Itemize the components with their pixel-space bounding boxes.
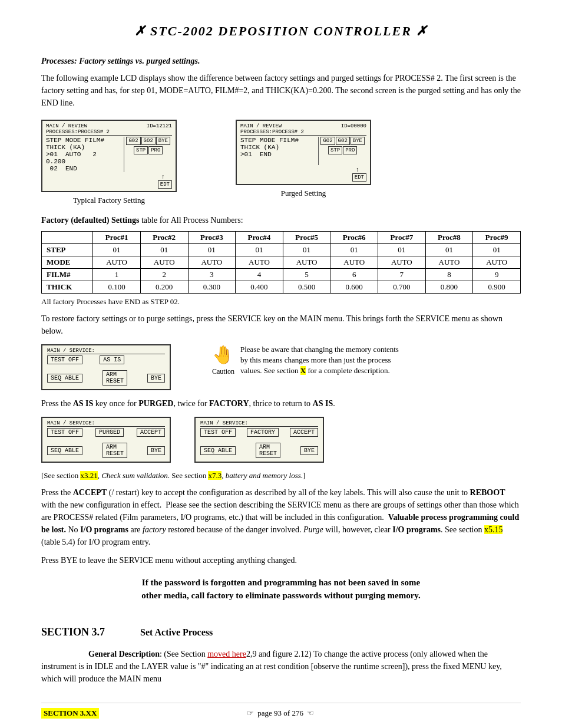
row-label-thick: THICK: [42, 281, 93, 294]
purged-btn-bye[interactable]: BYE: [147, 446, 165, 455]
table-row-thick: THICK 0.100 0.200 0.300 0.400 0.500 0.60…: [42, 281, 521, 294]
lcd-purged-buttons: G02G02BYE STPPRO: [318, 137, 366, 165]
purged-btn-accept[interactable]: ACCEPT: [137, 428, 165, 437]
factory-btn-seqable[interactable]: SEQ ABLE: [200, 446, 236, 455]
moved-here-link[interactable]: moved here: [207, 650, 246, 658]
mode-proc5: AUTO: [283, 256, 330, 269]
caution-text: Please be aware that changing the memory…: [240, 344, 405, 377]
thick-proc4: 0.400: [236, 281, 283, 294]
mode-proc4: AUTO: [236, 256, 283, 269]
lcd-factory-topbar: MAIN / REVIEW PROCESSES:PROCESS# 2 ID=12…: [46, 123, 172, 136]
intro-paragraph: The following example LCD displays show …: [41, 72, 521, 109]
caution-label: Caution: [212, 367, 234, 376]
section-title: Set Active Process: [140, 627, 213, 638]
caution-hand-icon: 🤚: [212, 344, 234, 365]
mode-proc7: AUTO: [378, 256, 426, 269]
purged-btn-testoff[interactable]: TEST OFF: [47, 428, 82, 437]
film-proc6: 6: [330, 269, 378, 281]
service-purged-topbar: MAIN / SERVICE:: [47, 420, 165, 427]
table-col-proc5: Proc#5: [283, 232, 330, 244]
lcd-factory-line1: STEP MODE FILM# THICK (KA): [46, 137, 124, 151]
mode-proc6: AUTO: [330, 256, 378, 269]
film-proc2: 2: [140, 269, 188, 281]
lcd-factory-caption: Typical Factory Setting: [73, 196, 145, 205]
service-lcd-topbar: MAIN / SERVICE:: [47, 348, 165, 354]
thick-proc2: 0.200: [140, 281, 188, 294]
mode-proc1: AUTO: [93, 256, 141, 269]
service-section: MAIN / SERVICE: TEST OFF AS IS SEQ ABLE …: [41, 344, 521, 390]
header-title: ✗ STC-2002 DEPOSITION CONTROLLER ✗: [134, 24, 428, 38]
step-proc2: 01: [140, 244, 188, 256]
step-proc8: 01: [425, 244, 473, 256]
step-proc6: 01: [330, 244, 378, 256]
table-row-step: STEP 01 01 01 01 01 01 01 01 01: [42, 244, 521, 256]
factory-btn-bye[interactable]: BYE: [300, 446, 318, 455]
factory-btn-arm-reset[interactable]: ARMRESET: [256, 443, 280, 458]
service-screens-row: MAIN / SERVICE: TEST OFF PURGED ACCEPT S…: [41, 417, 521, 463]
footer-spacer: [462, 709, 521, 718]
thick-proc3: 0.300: [188, 281, 236, 294]
service-btn-seqable[interactable]: SEQ ABLE: [47, 374, 82, 383]
step-proc5: 01: [283, 244, 330, 256]
footer-section-label: SECTION 3.XX: [41, 708, 99, 719]
film-proc3: 3: [188, 269, 236, 281]
lcd-purged-screen: MAIN / REVIEW PROCESSES:PROCESS# 2 ID=00…: [236, 120, 371, 185]
lcd-factory-line2: >01 AUTO 2 0.200: [46, 151, 124, 165]
table-col-proc3: Proc#3: [188, 232, 236, 244]
table-col-proc4: Proc#4: [236, 232, 283, 244]
service-btn-bye[interactable]: BYE: [147, 374, 165, 383]
table-col-proc9: Proc#9: [473, 232, 521, 244]
film-proc7: 7: [378, 269, 426, 281]
service-btn-arm-reset[interactable]: ARMRESET: [103, 370, 127, 386]
general-desc-label: General Description: [88, 650, 160, 658]
service-factory-topbar: MAIN / SERVICE:: [200, 420, 318, 427]
film-proc4: 4: [236, 269, 283, 281]
step-proc4: 01: [236, 244, 283, 256]
purged-btn-arm-reset[interactable]: ARMRESET: [103, 443, 127, 458]
service-btn-testoff[interactable]: TEST OFF: [47, 355, 82, 364]
purged-btn-purged[interactable]: PURGED: [95, 428, 124, 437]
press-as-is-text: Press the AS IS key once for PURGED, twi…: [41, 397, 521, 410]
lcd-purged-block: MAIN / REVIEW PROCESSES:PROCESS# 2 ID=00…: [236, 120, 371, 198]
bye-text: Press BYE to leave the SERVICE menu with…: [41, 554, 521, 566]
lcd-purged-line3: [240, 158, 318, 165]
step-proc3: 01: [188, 244, 236, 256]
service-purged-block: MAIN / SERVICE: TEST OFF PURGED ACCEPT S…: [41, 417, 171, 463]
table-row-mode: MODE AUTO AUTO AUTO AUTO AUTO AUTO AUTO …: [42, 256, 521, 269]
intro-section-title: Processes: Factory settings vs. purged s…: [41, 57, 521, 66]
lcd-displays-row: MAIN / REVIEW PROCESSES:PROCESS# 2 ID=12…: [41, 120, 521, 205]
row-label-step: STEP: [42, 244, 93, 256]
film-proc1: 1: [93, 269, 141, 281]
note-text: [See section x3.21, Check sum validation…: [41, 470, 521, 482]
caution-x-highlight: X: [300, 366, 306, 375]
mode-proc2: AUTO: [140, 256, 188, 269]
lcd-factory-block: MAIN / REVIEW PROCESSES:PROCESS# 2 ID=12…: [41, 120, 177, 205]
note-x73: x7.3: [208, 471, 222, 480]
factory-btn-testoff[interactable]: TEST OFF: [200, 428, 236, 437]
table-col-proc8: Proc#8: [425, 232, 473, 244]
factory-btn-accept[interactable]: ACCEPT: [290, 428, 318, 437]
accept-paragraph: Press the ACCEPT (/ restart) key to acce…: [41, 486, 521, 548]
purged-btn-seqable[interactable]: SEQ ABLE: [47, 446, 82, 455]
row-label-mode: MODE: [42, 256, 93, 269]
table-col-proc2: Proc#2: [140, 232, 188, 244]
thick-proc1: 0.100: [93, 281, 141, 294]
service-factory-block: MAIN / SERVICE: TEST OFF FACTORY ACCEPT …: [194, 417, 324, 463]
note-x321: x3.21: [80, 471, 97, 480]
film-proc8: 8: [425, 269, 473, 281]
table-col-proc6: Proc#6: [330, 232, 378, 244]
factory-btn-factory[interactable]: FACTORY: [247, 428, 279, 437]
lcd-purged-line1: STEP MODE FILM# THICK (KA): [240, 137, 318, 151]
thick-proc5: 0.500: [283, 281, 330, 294]
factory-table-subtitle: All factory Processes have END as STEP 0…: [41, 297, 521, 307]
service-btn-asis[interactable]: AS IS: [100, 355, 124, 364]
factory-table-title: Factory (defaulted) Settings table for A…: [41, 216, 521, 225]
lcd-factory-buttons: G02G02BYE STPPRO: [124, 137, 172, 172]
service-lcd-main: MAIN / SERVICE: TEST OFF AS IS SEQ ABLE …: [41, 344, 183, 390]
lcd-factory-screen: MAIN / REVIEW PROCESSES:PROCESS# 2 ID=12…: [41, 120, 177, 192]
film-proc9: 9: [473, 269, 521, 281]
section-number: SECTION 3.7: [41, 626, 105, 638]
page-footer: SECTION 3.XX ☞ page 93 of 276 ☜: [41, 703, 521, 719]
table-row-film: FILM# 1 2 3 4 5 6 7 8 9: [42, 269, 521, 281]
step-proc9: 01: [473, 244, 521, 256]
